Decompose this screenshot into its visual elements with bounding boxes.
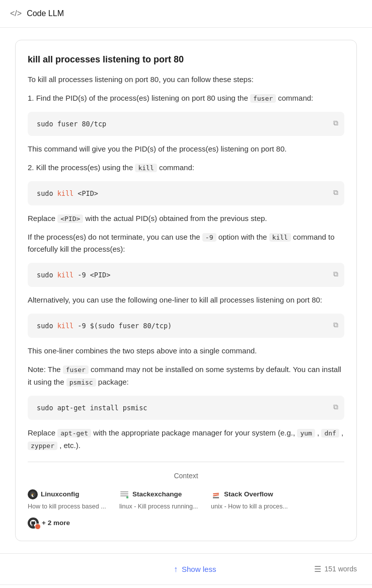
- code-apt: sudo apt-get install psmisc: [37, 404, 147, 412]
- yum-inline: yum: [297, 429, 315, 437]
- step-1-note: This command will give you the PID(s) of…: [28, 143, 344, 156]
- kill-inline: kill: [269, 233, 291, 242]
- code-kill-4: kill: [57, 322, 74, 330]
- replace-aptget-note: Replace apt-get with the appropriate pac…: [28, 427, 344, 452]
- source-stackexchange-header: Stackexchange: [119, 489, 205, 500]
- step-2-label: 2. Kill the process(es) using the: [28, 163, 135, 172]
- show-less-button[interactable]: ↑ Show less: [174, 565, 216, 574]
- source-stackoverflow-header: Stack Overflow: [211, 489, 296, 500]
- show-less-label: Show less: [182, 565, 216, 573]
- stackoverflow-icon: [211, 489, 221, 499]
- dnf-inline: dnf: [321, 429, 339, 437]
- code-pid-2: <PID>: [73, 189, 98, 197]
- copy-button-3[interactable]: ⧉: [333, 269, 338, 279]
- code-flag-3: -9 <PID>: [73, 271, 110, 279]
- linuxconfig-desc: How to kill process based ...: [28, 502, 113, 511]
- svg-rect-2: [120, 491, 128, 492]
- word-count-icon: ☰: [314, 563, 321, 576]
- source-linuxconfig[interactable]: 🐧 Linuxconfig How to kill process based …: [28, 489, 113, 511]
- github-icon-wrapper: [28, 518, 39, 529]
- stackoverflow-name: Stack Overflow: [224, 489, 273, 500]
- step-2-inline-code: kill: [135, 164, 157, 172]
- svg-rect-5: [126, 496, 128, 498]
- linuxconfig-icon: 🐧: [28, 489, 38, 499]
- svg-text:🐧: 🐧: [30, 492, 35, 497]
- step-1-inline-code: fuser: [250, 94, 276, 103]
- copy-button-5[interactable]: ⧉: [333, 402, 338, 412]
- linuxconfig-name: Linuxconfig: [41, 489, 80, 500]
- stackexchange-name: Stackexchange: [132, 489, 182, 500]
- context-label: Context: [28, 470, 344, 481]
- source-stackoverflow[interactable]: Stack Overflow unix - How to kill a proc…: [211, 489, 296, 511]
- code-kill-2: kill: [57, 189, 74, 197]
- oneliner-intro: Alternatively, you can use the following…: [28, 294, 344, 307]
- aptget-inline: apt-get: [57, 429, 91, 437]
- svg-rect-4: [120, 495, 128, 496]
- flag-9-inline: -9: [202, 233, 216, 242]
- copy-button-1[interactable]: ⧉: [333, 118, 338, 128]
- stackoverflow-desc: unix - How to kill a proces...: [211, 502, 296, 511]
- fuser-inline: fuser: [63, 365, 89, 374]
- word-count-area: ☰ 151 words: [314, 563, 357, 576]
- code-block-fuser: sudo fuser 80/tcp ⧉: [28, 112, 344, 136]
- code-sudo-4: sudo: [37, 322, 57, 330]
- psmisc-inline: psmisc: [66, 378, 96, 387]
- code-block-kill-9-pid: sudo kill -9 <PID> ⧉: [28, 263, 344, 287]
- word-count-label: 151 words: [324, 563, 357, 574]
- more-text: + 2 more: [42, 518, 70, 529]
- step-1-text: 1. Find the PID(s) of the process(es) li…: [28, 92, 344, 105]
- answer-title: kill all processes listening to port 80: [28, 52, 344, 67]
- code-sudo-2: sudo: [37, 189, 57, 197]
- header-title: Code LLM: [27, 7, 64, 20]
- replace-note: Replace <PID> with the actual PID(s) obt…: [28, 212, 344, 225]
- source-stackexchange[interactable]: Stackexchange linux - Kill process runni…: [119, 489, 205, 511]
- zypper-inline: zypper: [28, 442, 57, 450]
- copy-button-2[interactable]: ⧉: [333, 187, 338, 198]
- pid-inline: <PID>: [57, 214, 83, 223]
- step-1-command-label: command:: [278, 94, 313, 102]
- oneliner-note: This one-liner combines the two steps ab…: [28, 345, 344, 357]
- copy-button-4[interactable]: ⧉: [333, 320, 338, 330]
- footer: Powered by Brave AI Feedback: [0, 584, 372, 588]
- stackexchange-desc: linux - Kill process running...: [119, 502, 205, 511]
- stackexchange-icon: [119, 489, 129, 499]
- show-less-arrow-icon: ↑: [174, 565, 178, 574]
- svg-rect-7: [213, 493, 219, 494]
- step-2-command-label: command:: [159, 163, 194, 172]
- svg-rect-3: [120, 493, 128, 494]
- source-more[interactable]: + 2 more: [28, 518, 113, 529]
- force-note: If the process(es) do not terminate, you…: [28, 231, 344, 256]
- source-more-header: + 2 more: [28, 518, 113, 529]
- note-end: package:: [98, 378, 129, 386]
- svg-rect-9: [217, 497, 218, 498]
- code-kill-3: kill: [57, 271, 74, 279]
- code-sudo-3: sudo: [37, 271, 57, 279]
- replace-word: Replace: [28, 214, 57, 223]
- step-2-text: 2. Kill the process(es) using the kill c…: [28, 162, 344, 174]
- replace-text: with the actual PID(s) obtained from the…: [86, 214, 267, 223]
- code-block-kill-pid: sudo kill <PID> ⧉: [28, 181, 344, 205]
- answer-intro: To kill all processes listening on port …: [28, 74, 344, 86]
- svg-rect-6: [213, 494, 219, 496]
- code-block-apt-get: sudo apt-get install psmisc ⧉: [28, 396, 344, 420]
- code-icon: </>: [10, 7, 22, 20]
- code-oneliner-4: -9 $(sudo fuser 80/tcp): [73, 322, 172, 330]
- context-section: Context 🐧 Linuxconfig How to kill proces: [28, 462, 344, 528]
- main-content: kill all processes listening to port 80 …: [0, 28, 372, 553]
- code-block-oneliner: sudo kill -9 $(sudo fuser 80/tcp) ⧉: [28, 314, 344, 338]
- fuser-note: Note: The fuser command may not be insta…: [28, 363, 344, 389]
- step-1-label: 1. Find the PID(s) of the process(es) li…: [28, 94, 250, 102]
- header: </> Code LLM: [0, 0, 372, 28]
- context-sources: 🐧 Linuxconfig How to kill process based …: [28, 489, 344, 529]
- code-sudo-1: sudo fuser 80/tcp: [37, 120, 106, 128]
- github-badge: [35, 524, 41, 530]
- bottom-bar: ↑ Show less ☰ 151 words: [0, 553, 372, 585]
- response-card: kill all processes listening to port 80 …: [15, 40, 357, 541]
- note-prefix: Note: The: [28, 365, 63, 374]
- source-linuxconfig-header: 🐧 Linuxconfig: [28, 489, 113, 500]
